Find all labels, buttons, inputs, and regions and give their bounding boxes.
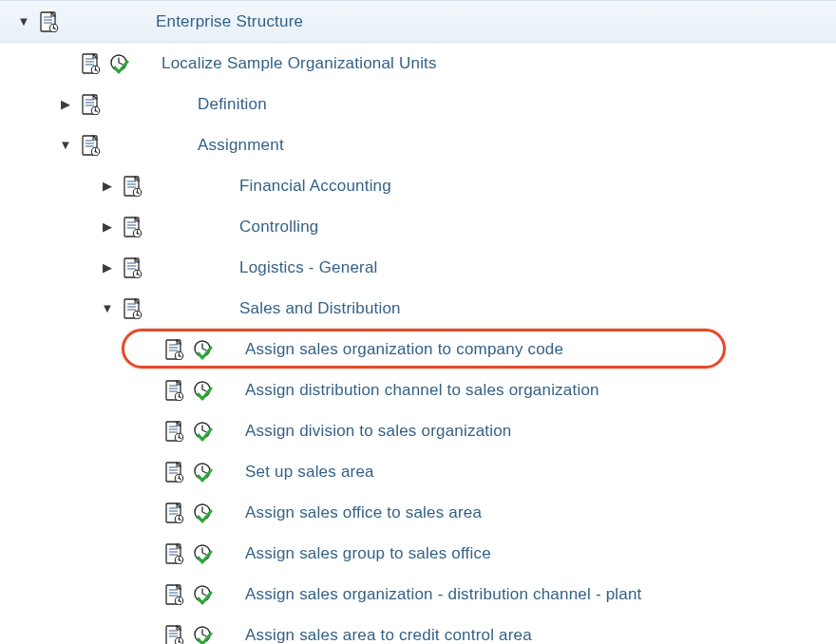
tree-label: Assign sales group to sales office bbox=[245, 544, 491, 563]
tree-label: Assign division to sales organization bbox=[245, 422, 512, 441]
document-icon bbox=[34, 11, 63, 32]
document-icon bbox=[118, 298, 146, 319]
tree-row[interactable]: Localize Sample Organizational Units bbox=[0, 43, 836, 84]
tree-label: Financial Accounting bbox=[239, 177, 391, 196]
tree-row[interactable]: Assign sales area to credit control area bbox=[0, 615, 836, 644]
tree-row-highlighted[interactable]: Assign sales organization to company cod… bbox=[0, 329, 836, 369]
tree-label: Assign sales area to credit control area bbox=[245, 626, 532, 645]
document-icon bbox=[160, 421, 188, 442]
tree-label: Logistics - General bbox=[239, 258, 378, 277]
tree-label: Sales and Distribution bbox=[239, 299, 401, 318]
document-icon bbox=[76, 53, 104, 74]
tree-label: Localize Sample Organizational Units bbox=[162, 54, 437, 73]
clock-check-icon[interactable] bbox=[104, 53, 133, 74]
tree-label: Enterprise Structure bbox=[156, 12, 303, 31]
tree-row-root[interactable]: ▼ Enterprise Structure bbox=[0, 0, 836, 43]
tree-label: Assign sales organization to company cod… bbox=[245, 340, 563, 359]
document-icon bbox=[76, 94, 104, 115]
clock-check-icon[interactable] bbox=[188, 380, 217, 401]
tree-row[interactable]: ▼ Assignment bbox=[0, 124, 836, 165]
tree-label: Assign distribution channel to sales org… bbox=[245, 381, 599, 400]
clock-check-icon[interactable] bbox=[188, 584, 217, 605]
expand-toggle[interactable]: ▶ bbox=[97, 260, 118, 275]
clock-check-icon[interactable] bbox=[188, 339, 217, 360]
clock-check-icon[interactable] bbox=[188, 462, 217, 483]
document-icon bbox=[160, 584, 188, 605]
tree-label: Assign sales office to sales area bbox=[245, 503, 482, 522]
document-icon bbox=[118, 257, 146, 278]
img-tree: ▼ Enterprise Structure Localize Sample O… bbox=[0, 0, 836, 644]
document-icon bbox=[76, 135, 104, 156]
tree-row[interactable]: ▼ Sales and Distribution bbox=[0, 288, 836, 329]
document-icon bbox=[118, 217, 146, 237]
tree-label: Set up sales area bbox=[245, 463, 374, 482]
expand-toggle[interactable]: ▼ bbox=[97, 301, 118, 315]
document-icon bbox=[160, 380, 188, 401]
clock-check-icon[interactable] bbox=[188, 421, 217, 442]
tree-label: Controlling bbox=[239, 218, 318, 237]
document-icon bbox=[160, 462, 188, 483]
expand-toggle[interactable]: ▶ bbox=[97, 179, 118, 193]
expand-toggle[interactable]: ▶ bbox=[55, 97, 76, 111]
clock-check-icon[interactable] bbox=[188, 502, 217, 523]
tree-row[interactable]: ▶ Financial Accounting bbox=[0, 165, 836, 206]
clock-check-icon[interactable] bbox=[188, 625, 217, 645]
tree-row[interactable]: Assign division to sales organization bbox=[0, 410, 836, 451]
document-icon bbox=[160, 339, 188, 360]
tree-row[interactable]: Assign sales group to sales office bbox=[0, 533, 836, 574]
clock-check-icon[interactable] bbox=[188, 543, 217, 564]
expand-toggle[interactable]: ▼ bbox=[55, 138, 76, 152]
tree-label: Assign sales organization - distribution… bbox=[245, 585, 642, 604]
tree-label: Definition bbox=[198, 95, 267, 114]
document-icon bbox=[160, 543, 188, 564]
expand-toggle[interactable]: ▶ bbox=[97, 219, 118, 234]
document-icon bbox=[160, 502, 188, 523]
tree-row[interactable]: Assign sales organization - distribution… bbox=[0, 574, 836, 615]
tree-row[interactable]: Assign sales office to sales area bbox=[0, 492, 836, 533]
tree-label: Assignment bbox=[198, 136, 284, 155]
tree-row[interactable]: ▶ Logistics - General bbox=[0, 247, 836, 288]
expand-toggle[interactable]: ▼ bbox=[13, 14, 34, 28]
tree-row[interactable]: Set up sales area bbox=[0, 451, 836, 492]
tree-row[interactable]: ▶ Controlling bbox=[0, 206, 836, 247]
tree-row[interactable]: ▶ Definition bbox=[0, 84, 836, 124]
tree-row[interactable]: Assign distribution channel to sales org… bbox=[0, 369, 836, 410]
document-icon bbox=[118, 176, 146, 197]
document-icon bbox=[160, 625, 188, 645]
